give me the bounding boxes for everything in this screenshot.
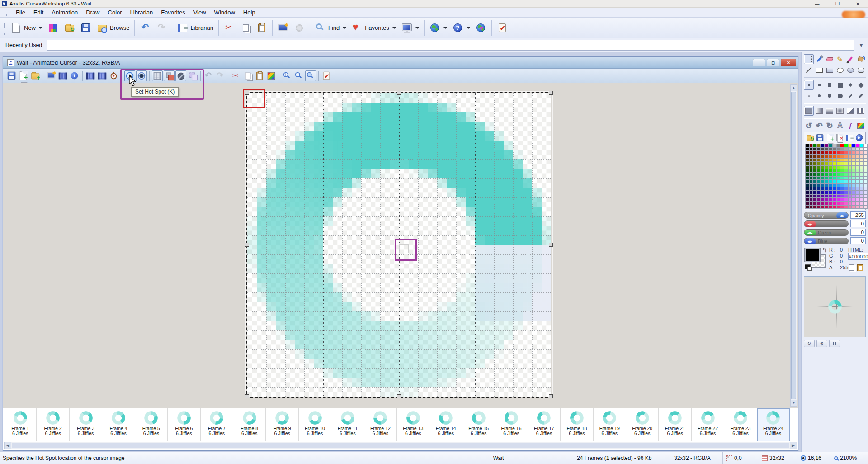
close-button[interactable]: ✕ — [848, 0, 868, 8]
open-button[interactable] — [61, 19, 78, 37]
color-swatch[interactable] — [848, 183, 852, 187]
color-swatch[interactable] — [821, 158, 825, 162]
color-swatch[interactable] — [840, 191, 844, 194]
frame-timing-button[interactable] — [108, 70, 119, 81]
color-swatch[interactable] — [825, 151, 829, 155]
color-swatch[interactable] — [852, 147, 856, 151]
color-swatch[interactable] — [825, 198, 829, 202]
default-colors-icon[interactable] — [805, 264, 811, 269]
color-swatch[interactable] — [805, 198, 809, 202]
color-swatch[interactable] — [809, 176, 813, 180]
size-1px-tool[interactable] — [804, 80, 814, 90]
color-swatch[interactable] — [829, 173, 833, 176]
color-swatch[interactable] — [809, 187, 813, 191]
color-swatch[interactable] — [817, 151, 821, 155]
selection-handle[interactable] — [549, 243, 553, 247]
color-swatch[interactable] — [840, 176, 844, 180]
color-swatch[interactable] — [859, 169, 863, 173]
color-swatch[interactable] — [852, 198, 856, 202]
dot-2-tool[interactable] — [814, 91, 824, 101]
color-swatch[interactable] — [859, 147, 863, 151]
frame-22[interactable]: Frame 226 Jiffies — [692, 408, 724, 441]
color-swatch[interactable] — [859, 180, 863, 183]
color-swatch[interactable] — [813, 155, 817, 158]
color-swatch[interactable] — [840, 165, 844, 169]
color-swatch[interactable] — [829, 191, 833, 194]
adjust-button[interactable]: ⚙ — [816, 340, 827, 347]
color-swatch[interactable] — [809, 144, 813, 147]
frame-16[interactable]: Frame 166 Jiffies — [495, 408, 528, 441]
color-swatch[interactable] — [817, 162, 821, 165]
color-swatch[interactable] — [863, 191, 868, 194]
web-button[interactable] — [427, 19, 450, 37]
slash-thin-tool[interactable] — [845, 91, 855, 101]
color-swatch[interactable] — [809, 194, 813, 198]
gradient-bars-tool[interactable] — [856, 106, 866, 116]
color-swatch[interactable] — [856, 147, 860, 151]
color-swatch[interactable] — [852, 162, 856, 165]
doc-close-button[interactable]: ✕ — [781, 59, 796, 66]
dropdown-arrow-icon[interactable] — [39, 27, 42, 29]
color-swatch[interactable] — [805, 147, 809, 151]
color-swatch[interactable] — [825, 194, 829, 198]
color-swatch[interactable] — [840, 205, 844, 209]
rectangle-tool[interactable] — [814, 65, 824, 75]
color-swatch[interactable] — [856, 191, 860, 194]
color-swatch[interactable] — [836, 198, 840, 202]
color-swatch[interactable] — [859, 183, 863, 187]
color-swatch[interactable] — [832, 205, 836, 209]
color-swatch[interactable] — [856, 198, 860, 202]
color-swatch[interactable] — [844, 205, 848, 209]
frame-21[interactable]: Frame 216 Jiffies — [659, 408, 691, 441]
color-swatch[interactable] — [813, 158, 817, 162]
color-swatch[interactable] — [856, 194, 860, 198]
color-swatch[interactable] — [813, 151, 817, 155]
color-swatch[interactable] — [848, 158, 852, 162]
color-swatch[interactable] — [852, 180, 856, 183]
color-swatch[interactable] — [825, 176, 829, 180]
color-swatch[interactable] — [817, 169, 821, 173]
color-swatch[interactable] — [829, 169, 833, 173]
square-3-tool[interactable] — [825, 80, 835, 90]
color-swatch[interactable] — [863, 162, 868, 165]
color-swatch[interactable] — [863, 205, 868, 209]
square-2-tool[interactable] — [814, 80, 824, 90]
librarian-button[interactable]: Librarian — [175, 19, 216, 37]
color-swatch[interactable] — [821, 147, 825, 151]
doc-restore-button[interactable]: ◻ — [767, 59, 779, 66]
frame-5[interactable]: Frame 56 Jiffies — [135, 408, 168, 441]
text-tool[interactable]: A — [835, 121, 845, 131]
new-project-button[interactable] — [45, 19, 61, 37]
insert-frame-button[interactable] — [85, 70, 96, 81]
selection-handle[interactable] — [549, 91, 553, 95]
color-swatch[interactable] — [825, 173, 829, 176]
add-from-image-button[interactable] — [30, 70, 41, 81]
color-swatch[interactable] — [856, 144, 860, 147]
color-swatch[interactable] — [825, 147, 829, 151]
html-value[interactable]: #000000 — [848, 253, 868, 260]
color-swatch[interactable] — [817, 144, 821, 147]
color-swatch[interactable] — [817, 173, 821, 176]
color-swatch[interactable] — [848, 173, 852, 176]
color-swatch[interactable] — [832, 165, 836, 169]
color-swatch[interactable] — [844, 151, 848, 155]
rotate-flip-tool[interactable]: ↺ — [804, 121, 814, 131]
color-swatch[interactable] — [809, 169, 813, 173]
maximize-button[interactable]: ❐ — [827, 0, 848, 8]
red-value[interactable]: 0 — [850, 220, 866, 227]
screen-button[interactable] — [399, 19, 422, 37]
color-swatch[interactable] — [863, 194, 868, 198]
color-swatch[interactable] — [836, 165, 840, 169]
color-swatch[interactable] — [817, 191, 821, 194]
color-swatch[interactable] — [848, 194, 852, 198]
color-swatch[interactable] — [813, 194, 817, 198]
swap-colors-icon[interactable]: ↰ — [822, 247, 827, 253]
blue-value[interactable]: 0 — [850, 237, 866, 244]
color-swatch[interactable] — [805, 144, 809, 147]
color-swatch[interactable] — [809, 147, 813, 151]
color-swatch[interactable] — [863, 155, 868, 158]
color-swatch[interactable] — [863, 183, 868, 187]
color-swatch[interactable] — [825, 165, 829, 169]
web-update-button[interactable] — [473, 19, 489, 37]
cut-button[interactable] — [231, 70, 241, 81]
